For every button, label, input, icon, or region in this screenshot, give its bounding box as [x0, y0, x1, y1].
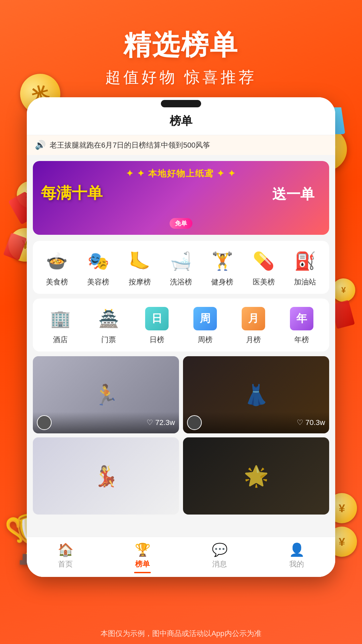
person-figure-4: 🌟	[244, 464, 269, 488]
image-card-2[interactable]: 👗 ♡ 70.3w	[183, 356, 329, 433]
bath-label: 洗浴榜	[170, 277, 192, 287]
daily-label: 日榜	[149, 335, 164, 345]
fitness-icon: 🏋️	[209, 248, 236, 274]
category-beauty[interactable]: 🎭 美容榜	[78, 248, 118, 287]
phone-notch	[144, 97, 218, 110]
disclaimer: 本图仅为示例，图中商品或活动以App内公示为准	[0, 629, 362, 639]
medical-icon: 💊	[250, 248, 277, 274]
food-icon: 🍲	[44, 248, 70, 274]
message-icon: 💬	[212, 542, 228, 557]
image-3-bg: 💃	[33, 437, 179, 515]
banner-top-text: 本地好物上纸鸢	[41, 168, 321, 179]
category-section-2: 🏢 酒店 🏯 门票 日 日榜 周 周榜	[33, 299, 329, 352]
medical-label: 医美榜	[253, 277, 275, 287]
nav-home-label: 首页	[58, 559, 73, 569]
image-card-3[interactable]: 💃	[33, 437, 179, 515]
avatar-1	[37, 415, 52, 430]
category-hotel[interactable]: 🏢 酒店	[40, 305, 80, 345]
notification-bar[interactable]: 🔊 老王拔腿就跑在6月7日的日榜结算中领到500风筝	[27, 135, 335, 155]
nav-messages-label: 消息	[212, 559, 227, 569]
card-overlay-1: ♡ 72.3w	[33, 412, 179, 433]
banner-content: 本地好物上纸鸢 每满十单 送一单	[33, 161, 329, 210]
nav-messages[interactable]: 💬 消息	[181, 542, 258, 569]
heart-icon-1: ♡	[146, 418, 153, 427]
like-number-2: 70.3w	[305, 418, 325, 427]
massage-icon: 🦶	[126, 248, 153, 274]
category-monthly[interactable]: 月 月榜	[233, 305, 274, 345]
avatar-2	[187, 415, 202, 430]
title-area: 精选榜单 超值好物 惊喜推荐	[0, 27, 362, 88]
bath-icon: 🛁	[168, 248, 194, 274]
nav-home[interactable]: 🏠 首页	[27, 542, 104, 569]
ranking-icon: 🏆	[135, 542, 150, 557]
hotel-icon: 🏢	[47, 305, 74, 332]
notification-text: 老王拔腿就跑在6月7日的日榜结算中领到500风筝	[50, 140, 327, 150]
person-figure-1: 🏃	[94, 383, 119, 407]
like-number-1: 72.3w	[155, 418, 175, 427]
daily-icon: 日	[143, 305, 170, 332]
category-massage[interactable]: 🦶 按摩榜	[120, 248, 160, 287]
gas-label: 加油站	[294, 277, 316, 287]
sub-title: 超值好物 惊喜推荐	[0, 67, 362, 88]
ticket-label: 门票	[101, 335, 116, 345]
ticket-icon: 🏯	[95, 305, 122, 332]
banner-badge[interactable]: 免单	[170, 218, 192, 229]
fitness-label: 健身榜	[211, 277, 233, 287]
monthly-label: 月榜	[246, 335, 261, 345]
yearly-icon: 年	[288, 305, 315, 332]
bottom-nav: 🏠 首页 🏆 榜单 💬 消息 👤 我的	[27, 537, 335, 577]
main-title: 精选榜单	[0, 27, 362, 64]
category-daily[interactable]: 日 日榜	[137, 305, 177, 345]
notch-camera	[161, 100, 201, 107]
image-card-4[interactable]: 🌟	[183, 437, 329, 515]
person-figure-2: 👗	[244, 383, 269, 407]
phone-mockup: 榜单 🔊 老王拔腿就跑在6月7日的日榜结算中领到500风筝 本地好物上纸鸢 每满…	[27, 97, 335, 577]
nav-profile-label: 我的	[289, 559, 304, 569]
category-gas[interactable]: ⛽ 加油站	[285, 248, 325, 287]
weekly-label: 周榜	[198, 335, 213, 345]
image-grid: 🏃 ♡ 72.3w 👗 ♡	[33, 356, 329, 515]
weekly-icon: 周	[192, 305, 219, 332]
nav-profile[interactable]: 👤 我的	[258, 542, 335, 569]
heart-icon-2: ♡	[297, 418, 303, 427]
beauty-label: 美容榜	[87, 277, 109, 287]
phone-content: 榜单 🔊 老王拔腿就跑在6月7日的日榜结算中领到500风筝 本地好物上纸鸢 每满…	[27, 97, 335, 577]
beauty-icon: 🎭	[85, 248, 112, 274]
banner-main-text: 每满十单	[41, 183, 103, 204]
image-4-bg: 🌟	[183, 437, 329, 515]
category-yearly[interactable]: 年 年榜	[282, 305, 322, 345]
category-weekly[interactable]: 周 周榜	[185, 305, 225, 345]
speaker-icon: 🔊	[35, 140, 46, 150]
gas-icon: ⛽	[292, 248, 318, 274]
category-fitness[interactable]: 🏋️ 健身榜	[202, 248, 242, 287]
person-figure-3: 💃	[94, 464, 119, 488]
monthly-icon: 月	[240, 305, 267, 332]
nav-ranking-label: 榜单	[135, 559, 150, 569]
massage-label: 按摩榜	[129, 277, 151, 287]
category-row-1: 🍲 美食榜 🎭 美容榜 🦶 按摩榜 🛁 洗浴榜 🏋️ 健身榜	[36, 248, 326, 287]
app-header-title: 榜单	[37, 113, 325, 129]
category-row-2: 🏢 酒店 🏯 门票 日 日榜 周 周榜	[36, 305, 326, 345]
category-bath[interactable]: 🛁 洗浴榜	[161, 248, 201, 287]
like-count-1: ♡ 72.3w	[146, 418, 175, 427]
category-ticket[interactable]: 🏯 门票	[88, 305, 129, 345]
profile-icon: 👤	[289, 542, 305, 557]
category-food[interactable]: 🍲 美食榜	[37, 248, 77, 287]
hotel-label: 酒店	[53, 335, 68, 345]
promo-banner[interactable]: 本地好物上纸鸢 每满十单 送一单 免单	[33, 161, 329, 235]
scatter-coin-3: ¥	[332, 278, 355, 302]
image-card-1[interactable]: 🏃 ♡ 72.3w	[33, 356, 179, 433]
food-label: 美食榜	[46, 277, 68, 287]
category-medical[interactable]: 💊 医美榜	[244, 248, 284, 287]
nav-ranking[interactable]: 🏆 榜单	[104, 542, 181, 573]
nav-active-indicator	[134, 572, 151, 573]
yearly-label: 年榜	[294, 335, 309, 345]
banner-sub-text: 送一单	[272, 185, 321, 204]
like-count-2: ♡ 70.3w	[297, 418, 325, 427]
category-section-1: 🍲 美食榜 🎭 美容榜 🦶 按摩榜 🛁 洗浴榜 🏋️ 健身榜	[33, 241, 329, 294]
home-icon: 🏠	[58, 542, 73, 557]
card-overlay-2: ♡ 70.3w	[183, 412, 329, 433]
